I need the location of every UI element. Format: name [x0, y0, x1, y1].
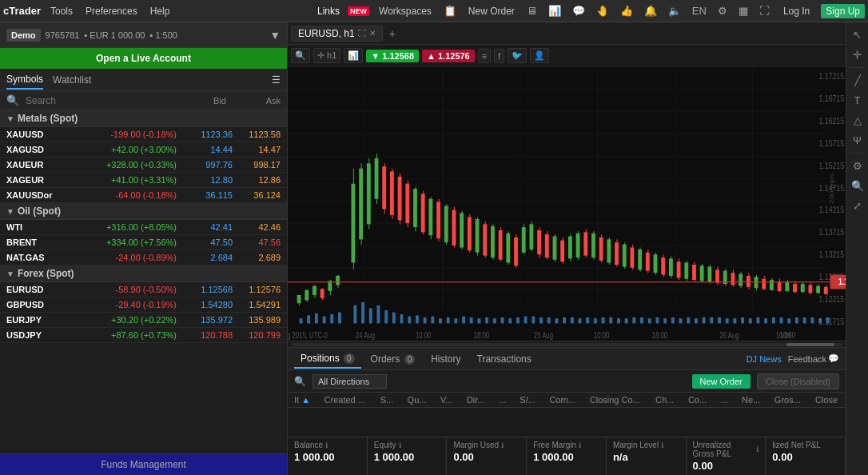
directions-select[interactable]: All DirectionsBuySell	[313, 374, 387, 389]
symbol-row-wti[interactable]: WTI +316.00 (+8.05%) 42.41 42.46	[0, 220, 287, 235]
svg-rect-225	[741, 317, 744, 324]
flag-icon[interactable]: EN	[690, 5, 709, 17]
chart-crosshair-btn[interactable]: ✛ h1	[313, 48, 340, 63]
svg-rect-211	[632, 317, 635, 324]
chart-icon[interactable]: 📊	[546, 5, 563, 17]
login-button[interactable]: Log In	[778, 4, 814, 18]
th-close[interactable]: Close	[809, 393, 846, 408]
symbol-row-eurusd[interactable]: EURUSD -58.90 (-0.50%) 1.12568 1.12576	[0, 282, 287, 297]
chart-options-btn[interactable]: ≡	[478, 49, 491, 63]
account-dropdown[interactable]: ▼	[269, 29, 281, 42]
monitor-icon[interactable]: 🖥	[524, 5, 540, 17]
tool-zoom[interactable]: 🔍	[846, 177, 868, 195]
svg-rect-47	[367, 163, 371, 224]
tab-watchlist[interactable]: Watchlist	[53, 71, 91, 89]
new-order-bottom-button[interactable]: New Order	[692, 374, 751, 389]
funds-management-button[interactable]: Funds Management	[0, 453, 287, 475]
tab-symbols[interactable]: Symbols	[6, 70, 43, 90]
links-button[interactable]: Links	[317, 6, 340, 17]
chart-candle-btn[interactable]: 📊	[344, 48, 363, 63]
layout-icon[interactable]: ▦	[736, 5, 751, 17]
symbol-name: XAGUSD	[6, 145, 62, 154]
svg-rect-31	[297, 295, 301, 303]
symbol-row-brent[interactable]: BRENT +334.00 (+7.56%) 47.50 47.56	[0, 235, 287, 250]
symbol-row-xagusd[interactable]: XAGUSD +42.00 (+3.00%) 14.44 14.47	[0, 142, 287, 158]
tool-crosshair[interactable]: ✛	[846, 46, 868, 64]
th-com[interactable]: Com...	[543, 393, 583, 408]
symbol-ask: 36.124	[233, 190, 281, 200]
settings-icon[interactable]: ⚙	[715, 5, 730, 17]
th-dir[interactable]: Dir...	[460, 393, 492, 408]
th-ne[interactable]: Ne...	[735, 393, 768, 408]
list-settings-icon[interactable]: ☰	[272, 74, 281, 86]
tool-shape[interactable]: △	[846, 111, 868, 130]
nav-tools[interactable]: Tools	[47, 6, 76, 17]
th-created[interactable]: Created ...	[318, 393, 374, 408]
dj-news-button[interactable]: DJ News	[747, 354, 782, 364]
margin-used-info-icon[interactable]: ℹ	[501, 441, 504, 449]
chat-icon[interactable]: 💬	[570, 5, 587, 17]
th-dot2[interactable]: ...	[715, 393, 735, 408]
symbol-row-natgas[interactable]: NAT.GAS -24.00 (-0.89%) 2.684 2.689	[0, 250, 287, 265]
volume-icon[interactable]: 🔈	[666, 5, 683, 17]
th-gros[interactable]: Gros...	[768, 393, 809, 408]
group-forex[interactable]: ▼ Forex (Spot)	[0, 265, 287, 282]
symbol-row-eurjpy[interactable]: EURJPY +30.20 (+0.22%) 135.972 135.989	[0, 313, 287, 328]
symbol-row-xageur[interactable]: XAGEUR +41.00 (+3.31%) 12.80 12.86	[0, 173, 287, 188]
signup-button[interactable]: Sign Up	[821, 4, 865, 18]
expand-icon[interactable]: ⛶	[757, 5, 772, 17]
unrealized-info-icon[interactable]: ℹ	[756, 445, 759, 453]
symbol-row-xauusdor[interactable]: XAUUSDor -64.00 (-0.18%) 36.115 36.124	[0, 188, 287, 203]
chart-fb-btn[interactable]: f	[494, 49, 504, 63]
new-order-label[interactable]: New Order	[465, 6, 518, 17]
tool-cursor[interactable]: ↖	[846, 26, 868, 44]
chart-add-button[interactable]: +	[386, 27, 399, 40]
tool-line[interactable]: ╱	[846, 71, 868, 90]
search-input[interactable]	[26, 95, 164, 106]
feedback-button[interactable]: Feedback 💬	[788, 353, 839, 364]
free-margin-info-icon[interactable]: ℹ	[579, 441, 581, 449]
thumb-icon[interactable]: 👍	[618, 5, 635, 17]
chart-share-btn[interactable]: 👤	[530, 48, 549, 63]
symbol-row-gbpusd[interactable]: GBPUSD -29.40 (-0.19%) 1.54280 1.54291	[0, 297, 287, 313]
th-closing-co[interactable]: Closing Co...	[583, 393, 649, 408]
tab-orders[interactable]: Orders 0	[364, 350, 422, 368]
chart-scrollbar[interactable]	[288, 341, 846, 347]
symbol-row-xauusd[interactable]: XAUUSD -199.00 (-0.18%) 1123.36 1123.58	[0, 127, 287, 142]
chart-tw-btn[interactable]: 🐦	[508, 48, 527, 63]
th-ch[interactable]: Ch...	[649, 393, 682, 408]
group-oil[interactable]: ▼ Oil (Spot)	[0, 203, 287, 220]
nav-preferences[interactable]: Preferences	[82, 6, 141, 17]
tool-settings[interactable]: ⚙	[846, 157, 868, 175]
th-qu[interactable]: Qu...	[401, 393, 435, 408]
tool-text[interactable]: T	[846, 91, 868, 110]
chart-zoom-in-btn[interactable]: 🔍	[291, 48, 310, 63]
tab-positions[interactable]: Positions 0	[294, 349, 361, 369]
chart-close-icon[interactable]: ✕	[369, 29, 376, 38]
th-co[interactable]: Co...	[682, 393, 715, 408]
th-sl[interactable]: S/...	[513, 393, 543, 408]
balance-info-icon[interactable]: ℹ	[325, 441, 328, 449]
symbol-row-xaueur[interactable]: XAUEUR +328.00 (+0.33%) 997.76 998.17	[0, 158, 287, 173]
bell-icon[interactable]: 🔔	[642, 5, 659, 17]
nav-help[interactable]: Help	[147, 6, 173, 17]
th-v[interactable]: V...	[434, 393, 460, 408]
new-order-icon[interactable]: 📋	[441, 5, 459, 17]
tab-transactions[interactable]: Transactions	[471, 350, 538, 368]
tab-history[interactable]: History	[424, 350, 467, 368]
symbol-row-usdjpy[interactable]: USDJPY +87.60 (+0.73%) 120.788 120.799	[0, 328, 287, 343]
chart-tab-expand[interactable]: ⛶	[358, 29, 366, 38]
hand-icon[interactable]: 🤚	[594, 5, 611, 17]
workspaces-button[interactable]: Workspaces	[376, 6, 435, 17]
th-dot1[interactable]: ...	[492, 393, 513, 408]
chart-tab-eurusd[interactable]: EURUSD, h1 ⛶ ✕	[291, 26, 383, 42]
tool-expand[interactable]: ⤢	[846, 197, 868, 215]
equity-info-icon[interactable]: ℹ	[399, 441, 401, 449]
live-account-button[interactable]: Open a Live Account	[0, 48, 287, 69]
th-s[interactable]: S...	[374, 393, 401, 408]
group-metals[interactable]: ▼ Metals (Spot)	[0, 110, 287, 127]
margin-level-info-icon[interactable]: ℹ	[661, 441, 663, 449]
th-id[interactable]: It ▲	[288, 393, 318, 408]
tool-fib[interactable]: Ψ	[846, 131, 868, 150]
chart-svg: 1.17215 1.16715 1.16215 1.15715 1.15215 …	[288, 67, 846, 341]
